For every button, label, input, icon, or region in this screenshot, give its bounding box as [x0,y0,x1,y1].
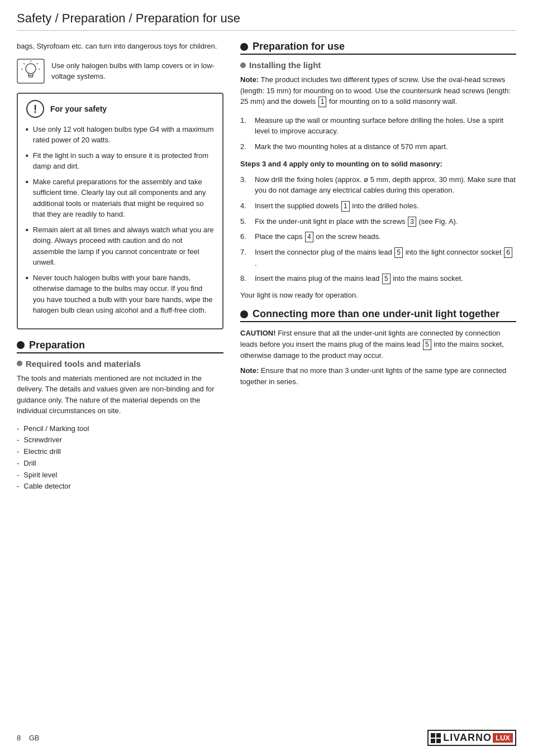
step-6: 6. Place the caps 4 on the screw heads. [240,231,516,242]
tool-1: Pencil / Marking tool [17,423,223,435]
safety-bullet-1: Use only 12 volt halogen bulbs type G4 w… [26,124,215,146]
note-label: Note: [240,75,259,84]
safety-bullet-5: Never touch halogen bulbs with your bare… [26,272,215,316]
tools-dot [17,361,22,366]
safety-header: ! For your safety [26,99,215,118]
safety-bullet-2: Fit the light in such a way to ensure it… [26,150,215,172]
step-3-num: 3. [240,174,250,196]
step-2-num: 2. [240,141,250,152]
svg-line-8 [37,63,38,64]
brand-lux: LUX [493,733,513,743]
brand-logo: LIVARNO LUX [427,730,516,746]
safety-bullet-4: Remain alert at all times and always wat… [26,224,215,268]
exclamation-icon: ! [26,99,45,118]
brand-name: LIVARNO [443,732,492,744]
svg-text:!: ! [34,103,37,115]
caution-label: CAUTION! [240,329,276,337]
preparation-dot [17,341,25,349]
bulb-warning-row: Use only halogen bulbs with lamp covers … [17,59,223,84]
tool-4: Drill [17,458,223,470]
step-7-num: 7. [240,247,250,269]
prep-for-use-heading: Preparation for use [240,41,516,55]
content-columns: bags, Styrofoam etc. can turn into dange… [17,41,516,498]
preparation-heading: Preparation [17,339,223,353]
caution-text: CAUTION! First ensure that all the under… [240,328,516,361]
installing-subheading: Installing the light [240,60,516,70]
initial-steps-list: 1. Measure up the wall or mounting surfa… [240,115,516,152]
connecting-dot [240,310,248,318]
safety-title: For your safety [50,104,107,113]
step-7-ref-5: 5 [394,247,403,258]
left-column: bags, Styrofoam etc. can turn into dange… [17,41,223,498]
svg-point-1 [26,64,36,74]
safety-bullet-3: Make careful preparations for the assemb… [26,176,215,220]
tool-3: Electric drill [17,446,223,458]
step-2: 2. Mark the two mounting holes at a dist… [240,141,516,152]
step-8-ref: 5 [382,274,391,284]
step-4-num: 4. [240,200,250,212]
step-8: 8. Insert the mains plug of the mains le… [240,273,516,284]
page: Safety / Preparation / Preparation for u… [0,0,533,756]
tool-5: Spirit level [17,470,223,481]
right-column: Preparation for use Installing the light… [240,41,516,498]
intro-text: bags, Styrofoam etc. can turn into dange… [17,41,223,52]
step-4: 4. Insert the supplied dowels 1 into the… [240,200,516,212]
step-7-ref-6: 6 [504,247,512,258]
step-3: 3. Now drill the fixing holes (approx. ø… [240,174,516,196]
step-7: 7. Insert the connector plug of the main… [240,247,516,269]
footer: 8 GB LIVARNO LUX [17,730,516,746]
step-5: 5. Fix the under-unit light in place wit… [240,216,516,227]
safety-bullet-list: Use only 12 volt halogen bulbs type G4 w… [26,124,215,316]
installing-note: Note: The product includes two different… [240,74,516,107]
connecting-heading: Connecting more than one under-unit ligh… [240,308,516,322]
brand-squares-icon [431,733,441,743]
step-8-num: 8. [240,273,250,284]
bulb-icon [17,59,45,84]
step-5-num: 5. [240,216,250,227]
bulb-note: Use only halogen bulbs with lamp covers … [51,60,223,82]
safety-box: ! For your safety Use only 12 volt halog… [17,93,223,329]
masonry-header: Steps 3 and 4 apply only to mounting on … [240,159,516,170]
svg-rect-0 [17,59,44,83]
svg-line-7 [23,63,25,64]
tool-6: Cable detector [17,481,223,492]
masonry-steps-list: 3. Now drill the fixing holes (approx. ø… [240,174,516,284]
step-1-num: 1. [240,115,250,137]
tools-subheading: Required tools and materials [17,359,223,369]
tools-list: Pencil / Marking tool Screwdriver Electr… [17,423,223,493]
caution-note: Note: Ensure that no more than 3 under-u… [240,365,516,387]
brand-sq-3 [431,739,435,743]
step-5-ref: 3 [408,217,416,227]
tools-body: The tools and materials mentioned are no… [17,373,223,417]
prep-for-use-dot [240,43,248,51]
brand-sq-4 [436,739,441,743]
caution-ref: 5 [423,339,431,350]
installing-dot [240,63,246,68]
note-ref-1: 1 [318,97,327,107]
page-title: Safety / Preparation / Preparation for u… [17,11,516,31]
brand-sq-2 [436,733,441,738]
brand-sq-1 [431,733,435,738]
step-1: 1. Measure up the wall or mounting surfa… [240,115,516,137]
step-6-ref: 4 [305,232,313,242]
page-number: 8 GB [17,734,39,742]
step-4-ref: 1 [341,201,350,212]
ready-text: Your light is now ready for operation. [240,291,516,299]
step-6-num: 6. [240,231,250,242]
tool-2: Screwdriver [17,434,223,446]
caution-note-label: Note: [240,366,259,375]
